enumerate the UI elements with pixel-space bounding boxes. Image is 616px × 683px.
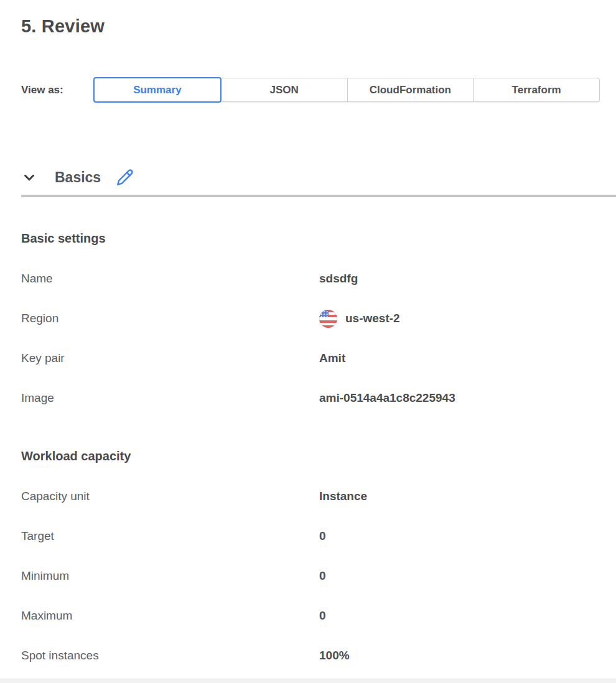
row-spot-instances: Spot instances 100%	[21, 636, 600, 676]
row-value: 0	[319, 609, 326, 623]
basics-section-title: Basics	[55, 169, 101, 186]
row-label: Key pair	[21, 351, 319, 365]
view-as-tab-group: Summary JSON CloudFormation Terraform	[93, 77, 600, 103]
us-flag-icon	[319, 310, 337, 328]
basic-settings-rows: Name sdsdfg Region us-west-2 Key pair Am…	[21, 259, 600, 418]
next-section-edge	[0, 679, 616, 683]
row-region: Region us-west-2	[21, 299, 600, 338]
row-value: 0	[319, 529, 326, 543]
edit-basics-button[interactable]	[116, 169, 134, 186]
view-as-label: View as:	[21, 84, 93, 96]
row-label: Capacity unit	[21, 490, 319, 503]
row-name: Name sdsdfg	[21, 259, 600, 299]
chevron-down-icon	[21, 169, 37, 185]
tab-cloudformation[interactable]: CloudFormation	[348, 78, 474, 102]
row-value: Amit	[319, 351, 345, 365]
row-value: Instance	[319, 490, 367, 503]
tab-json[interactable]: JSON	[222, 78, 348, 102]
tab-summary[interactable]: Summary	[93, 77, 222, 103]
section-divider	[21, 195, 616, 197]
row-label: Maximum	[21, 609, 319, 623]
workload-capacity-rows: Capacity unit Instance Target 0 Minimum …	[21, 476, 600, 676]
row-label: Region	[21, 312, 319, 325]
row-value: us-west-2	[319, 310, 400, 328]
edit-pencil-icon	[116, 169, 134, 186]
row-value: ami-0514a4a1c8c225943	[319, 391, 455, 405]
row-label: Name	[21, 272, 319, 286]
row-target: Target 0	[21, 516, 600, 556]
row-key-pair: Key pair Amit	[21, 338, 600, 378]
page-title: 5. Review	[21, 16, 600, 37]
row-minimum: Minimum 0	[21, 556, 600, 596]
row-capacity-unit: Capacity unit Instance	[21, 476, 600, 516]
row-value: sdsdfg	[319, 272, 358, 286]
row-label: Minimum	[21, 569, 319, 583]
row-image: Image ami-0514a4a1c8c225943	[21, 378, 600, 418]
row-maximum: Maximum 0	[21, 596, 600, 636]
row-label: Target	[21, 529, 319, 543]
region-value: us-west-2	[345, 312, 400, 325]
row-label: Image	[21, 391, 319, 405]
collapse-basics-button[interactable]	[21, 169, 37, 185]
view-as-row: View as: Summary JSON CloudFormation Ter…	[21, 77, 600, 103]
row-label: Spot instances	[21, 649, 319, 662]
basics-section-header: Basics	[21, 169, 600, 186]
row-value: 0	[319, 569, 326, 583]
tab-terraform[interactable]: Terraform	[474, 78, 600, 102]
review-page: 5. Review View as: Summary JSON CloudFor…	[0, 16, 616, 676]
group-heading-basic-settings: Basic settings	[21, 231, 600, 246]
row-value: 100%	[319, 649, 350, 662]
group-heading-workload-capacity: Workload capacity	[21, 449, 600, 463]
